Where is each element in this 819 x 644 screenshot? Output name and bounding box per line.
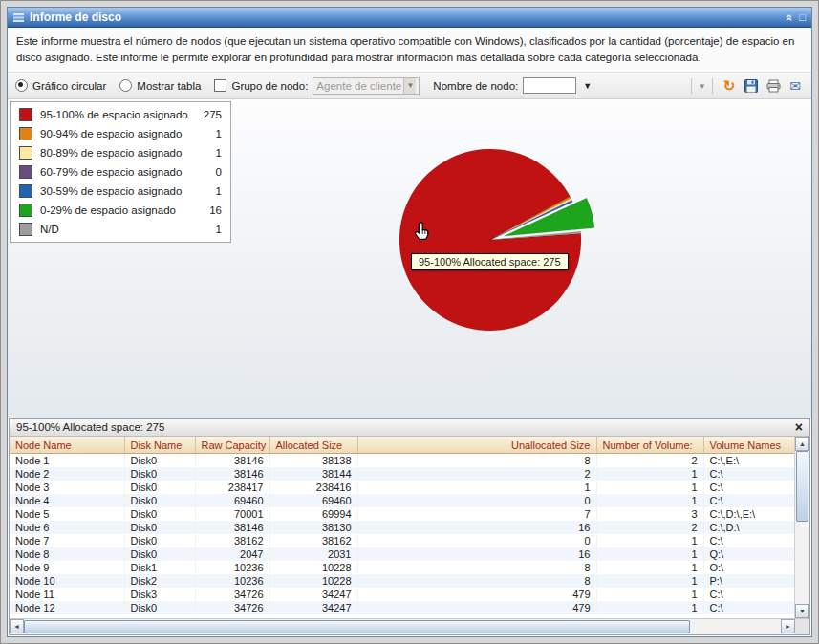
table-cell: 2 [596,521,703,534]
node-name-input[interactable] [523,77,576,94]
table-cell: O:\ [703,561,794,574]
table-row[interactable]: Node 2Disk0381463814421C:\ [10,467,794,481]
legend-swatch [19,184,32,198]
legend-label: 60-79% de espacio asignado [40,166,193,178]
legend-item[interactable]: 30-59% de espacio asignado1 [11,182,230,201]
column-header[interactable]: Node Name [10,437,124,454]
column-header[interactable]: Volume Names [703,437,794,454]
legend-item[interactable]: N/D1 [11,220,230,239]
restore-window-icon[interactable]: □ [799,12,806,23]
table-row[interactable]: Node 5Disk0700016999473C:\,D:\,E:\ [10,507,794,521]
node-group-checkbox[interactable] [214,79,226,92]
table-cell: 3 [596,507,703,521]
save-button[interactable] [743,77,760,94]
node-group-select[interactable]: Agente de cliente ▼ [313,77,420,95]
email-button[interactable]: ✉ [787,77,804,94]
table-cell: 69460 [269,494,357,507]
horizontal-scrollbar[interactable]: ◄ ► [10,619,795,634]
table-row[interactable]: Node 3Disk023841723841611C:\ [10,481,794,494]
legend-item[interactable]: 60-79% de espacio asignado0 [11,162,230,182]
legend-value: 1 [201,147,222,159]
legend-label: 0-29% de espacio asignado [40,204,193,216]
table-cell: 2031 [269,547,357,561]
legend: 95-100% de espacio asignado27590-94% de … [10,101,231,243]
print-button[interactable] [765,77,782,94]
scroll-left-icon[interactable]: ◄ [10,619,24,633]
table-cell: 0 [357,534,596,547]
legend-value: 1 [201,185,222,197]
vertical-scroll-thumb[interactable] [796,451,808,522]
scroll-right-icon[interactable]: ► [781,619,795,633]
table-cell: Disk0 [124,494,195,507]
table-cell: 10236 [195,561,269,574]
table-cell: 479 [357,588,596,601]
legend-item[interactable]: 90-94% de espacio asignado1 [11,124,230,143]
hand-cursor-icon [413,221,434,244]
column-header[interactable]: Number of Volume: [596,437,703,454]
chart-area: 95-100% de espacio asignado27590-94% de … [8,99,811,418]
table-cell: 69994 [269,507,357,521]
legend-swatch [19,165,32,179]
table-row[interactable]: Node 12Disk034726342474791C:\ [10,601,794,614]
table-row[interactable]: Node 7Disk0381623816201C:\ [10,534,794,547]
table-cell: C:\,D:\ [703,521,794,534]
detail-panel-title: 95-100% Allocated space: 275 [16,421,164,433]
chart-tooltip: 95-100% Allocated space: 275 [411,253,569,270]
table-cell: 8 [357,561,596,574]
column-header[interactable]: Raw Capacity [195,437,269,454]
scroll-up-icon[interactable]: ▲ [795,437,809,451]
table-row[interactable]: Node 1Disk0381463813882C:\,E:\ [10,454,794,468]
table-row[interactable]: Node 11Disk334726342474791C:\ [10,588,794,601]
table-cell: Node 12 [10,601,124,614]
toolbar-overflow-icon[interactable]: ▾ [700,81,704,91]
column-header[interactable]: Unallocated Size [357,437,596,454]
refresh-button[interactable]: ↻ [721,77,738,94]
vertical-scrollbar[interactable]: ▲ ▼ [794,437,809,618]
show-table-radio-label: Mostrar tabla [137,80,201,92]
table-cell: 34726 [195,588,269,601]
table-cell: 10236 [195,574,269,588]
legend-item[interactable]: 80-89% de espacio asignado1 [11,143,230,162]
collapse-panel-icon[interactable]: « [784,13,796,20]
legend-swatch [19,223,32,236]
node-name-dropdown-button[interactable]: ▼ [581,81,593,91]
table-cell: Disk0 [124,507,195,521]
table-cell: 38162 [195,534,269,547]
table-cell: Node 8 [10,547,124,561]
title-bar[interactable]: Informe de disco « □ [8,8,811,28]
show-table-radio[interactable] [119,79,132,92]
table-cell: Disk1 [124,561,195,574]
table-row[interactable]: Node 6Disk03814638130162C:\,D:\ [10,521,794,534]
table-cell: C:\ [703,601,794,614]
column-header[interactable]: Disk Name [124,437,195,454]
legend-item[interactable]: 0-29% de espacio asignado16 [11,201,230,220]
legend-swatch [19,146,32,160]
table-cell: C:\ [703,588,794,601]
close-icon[interactable]: × [795,420,803,434]
table-row[interactable]: Node 9Disk1102361022881O:\ [10,561,794,574]
horizontal-scroll-thumb[interactable] [24,620,690,633]
pie-chart-radio-label: Gráfico circular [32,80,106,92]
vertical-scroll-track[interactable] [795,451,809,604]
column-header[interactable]: Allocated Size [269,437,357,454]
table-cell: 16 [357,521,596,534]
table-row[interactable]: Node 10Disk2102361022881P:\ [10,574,794,588]
table-cell: Disk0 [124,521,195,534]
table-cell: Node 2 [10,467,124,481]
table-cell: Node 3 [10,481,124,494]
window-frame: Informe de disco « □ Este informe muestr… [0,0,819,644]
table-cell: 38146 [195,521,269,534]
horizontal-scroll-track[interactable] [24,619,781,634]
table-cell: 34247 [269,601,357,614]
detail-panel-body: Node NameDisk NameRaw CapacityAllocated … [10,437,809,634]
scroll-down-icon[interactable]: ▼ [795,604,809,618]
envelope-icon: ✉ [789,79,801,93]
legend-value: 275 [201,109,222,120]
table-row[interactable]: Node 4Disk0694606946001C:\ [10,494,794,507]
pie-chart-radio[interactable] [15,79,28,92]
legend-item[interactable]: 95-100% de espacio asignado275 [11,105,230,124]
table-cell: 38144 [269,467,357,481]
table-row[interactable]: Node 8Disk020472031161Q:\ [10,547,794,561]
table-cell: Node 10 [10,574,124,588]
table-cell: Node 6 [10,521,124,534]
